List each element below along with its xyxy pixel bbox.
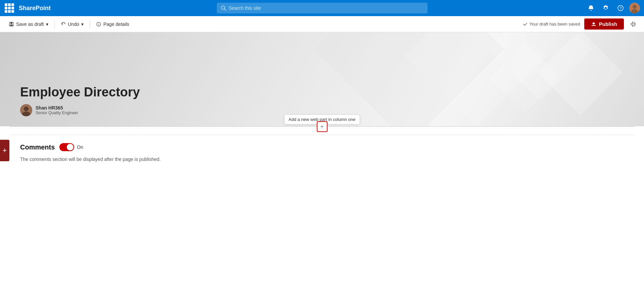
save-icon [9, 22, 14, 27]
toggle-state-label: On [77, 144, 83, 150]
add-webpart-button[interactable]: + [317, 121, 328, 132]
comments-toggle-container: On [59, 143, 83, 151]
draft-saved-label: Your draft has been saved [530, 22, 580, 27]
help-button[interactable]: ? [614, 2, 627, 14]
save-draft-chevron[interactable]: ▾ [46, 22, 48, 27]
waffle-button[interactable] [4, 3, 15, 13]
avatar[interactable] [629, 3, 640, 13]
add-section-icon: + [3, 146, 7, 155]
help-icon: ? [617, 5, 624, 11]
svg-rect-8 [10, 22, 12, 24]
undo-icon [61, 22, 66, 27]
save-draft-label: Save as draft [16, 22, 44, 27]
checkmark-icon [523, 22, 528, 27]
author-info: Shan HR365 Senior Quality Engineer [36, 105, 78, 115]
sharepoint-brand: SharePoint [19, 5, 51, 12]
comments-toggle[interactable] [59, 143, 74, 151]
avatar-image [629, 3, 640, 13]
page-toolbar: Save as draft ▾ Undo ▾ Page details Your… [0, 16, 644, 32]
hero-section: Employee Directory Shan HR365 Senior Qua… [0, 32, 644, 126]
undo-button[interactable]: Undo ▾ [57, 19, 87, 29]
publish-label: Publish [599, 21, 617, 27]
waffle-icon [5, 3, 14, 13]
toggle-thumb [67, 144, 73, 150]
undo-label: Undo [68, 22, 79, 27]
topbar: SharePoint ? [0, 0, 644, 16]
svg-line-1 [225, 9, 226, 10]
divider-1 [54, 20, 55, 28]
settings-button[interactable] [600, 2, 612, 14]
author-name: Shan HR365 [36, 105, 78, 111]
compress-icon [630, 21, 636, 27]
svg-rect-9 [10, 25, 13, 26]
comments-label: Comments [20, 143, 55, 151]
notification-button[interactable] [585, 2, 597, 14]
comments-description: The comments section will be displayed a… [20, 157, 624, 162]
svg-point-5 [633, 5, 637, 9]
draft-saved-status: Your draft has been saved [523, 22, 580, 27]
plus-icon: + [320, 123, 324, 131]
search-input[interactable] [229, 5, 424, 11]
webpart-zone: Add a new web part in column one + [10, 126, 634, 127]
author-section: Shan HR365 Senior Quality Engineer [20, 104, 140, 116]
page-details-icon [96, 22, 101, 27]
divider-2 [90, 20, 90, 28]
svg-point-12 [98, 23, 99, 24]
publish-button[interactable]: Publish [584, 18, 624, 30]
search-bar[interactable] [217, 3, 428, 13]
hero-content: Employee Directory Shan HR365 Senior Qua… [20, 85, 140, 116]
collapse-button[interactable] [628, 19, 639, 30]
page-details-label: Page details [103, 22, 129, 27]
svg-point-16 [24, 106, 29, 111]
author-job-title: Senior Quality Engineer [36, 111, 78, 115]
toolbar-right: Your draft has been saved Publish [523, 18, 639, 30]
comments-header: Comments On [20, 143, 624, 151]
notification-icon [588, 5, 594, 11]
page-title: Employee Directory [20, 85, 140, 100]
page-details-button[interactable]: Page details [93, 19, 133, 29]
svg-text:?: ? [620, 6, 622, 11]
svg-rect-13 [592, 25, 596, 26]
publish-icon [591, 22, 596, 27]
topbar-right-icons: ? [585, 2, 640, 14]
search-icon [221, 5, 226, 11]
comments-section: Comments On The comments section will be… [0, 135, 644, 170]
add-section-button[interactable]: + [0, 140, 9, 161]
save-draft-button[interactable]: Save as draft ▾ [5, 19, 52, 29]
author-avatar [20, 104, 32, 116]
gear-icon [602, 5, 609, 11]
undo-chevron[interactable]: ▾ [81, 22, 84, 27]
